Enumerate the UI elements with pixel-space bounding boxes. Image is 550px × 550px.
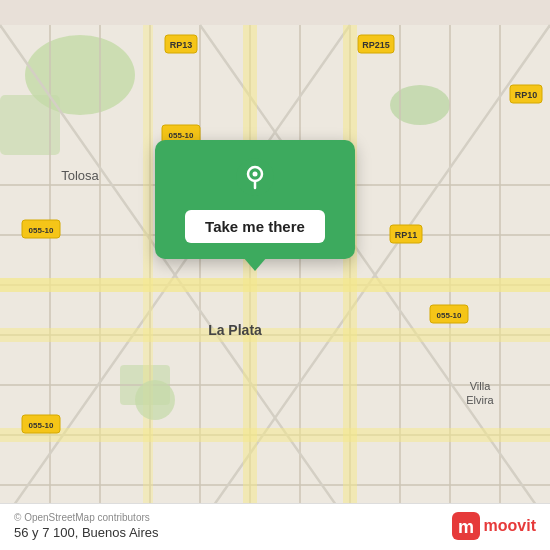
location-pin-icon — [236, 158, 274, 196]
moovit-logo: m moovit — [452, 512, 536, 540]
map-background: RP13 RP215 RP10 RP11 055-10 055-10 055-1… — [0, 0, 550, 550]
moovit-brand-text: moovit — [484, 517, 536, 535]
moovit-icon: m — [452, 512, 480, 540]
svg-rect-2 — [0, 95, 60, 155]
svg-text:m: m — [458, 517, 474, 537]
location-label: 56 y 7 100, Buenos Aires — [14, 525, 159, 540]
svg-text:Elvira: Elvira — [466, 394, 494, 406]
svg-rect-27 — [0, 328, 550, 342]
map-container: RP13 RP215 RP10 RP11 055-10 055-10 055-1… — [0, 0, 550, 550]
svg-rect-30 — [343, 25, 357, 525]
svg-text:Villa: Villa — [470, 380, 491, 392]
svg-rect-29 — [243, 25, 257, 525]
svg-rect-31 — [143, 25, 153, 525]
svg-text:055-10: 055-10 — [29, 226, 54, 235]
svg-rect-26 — [0, 278, 550, 292]
svg-point-53 — [236, 158, 274, 196]
svg-text:RP215: RP215 — [362, 40, 390, 50]
svg-point-55 — [253, 172, 258, 177]
bottom-left: © OpenStreetMap contributors 56 y 7 100,… — [14, 512, 159, 540]
svg-point-4 — [390, 85, 450, 125]
bottom-bar: © OpenStreetMap contributors 56 y 7 100,… — [0, 503, 550, 550]
svg-text:RP13: RP13 — [170, 40, 193, 50]
svg-rect-28 — [0, 428, 550, 442]
svg-text:055-10: 055-10 — [169, 131, 194, 140]
popup-card: Take me there — [155, 140, 355, 259]
svg-text:La Plata: La Plata — [208, 322, 262, 338]
svg-text:RP11: RP11 — [395, 230, 418, 240]
map-attribution: © OpenStreetMap contributors — [14, 512, 159, 523]
svg-text:055-10: 055-10 — [29, 421, 54, 430]
svg-text:055-10: 055-10 — [437, 311, 462, 320]
svg-point-52 — [135, 380, 175, 420]
take-me-there-button[interactable]: Take me there — [185, 210, 325, 243]
svg-text:Tolosa: Tolosa — [61, 168, 99, 183]
svg-text:RP10: RP10 — [515, 90, 538, 100]
